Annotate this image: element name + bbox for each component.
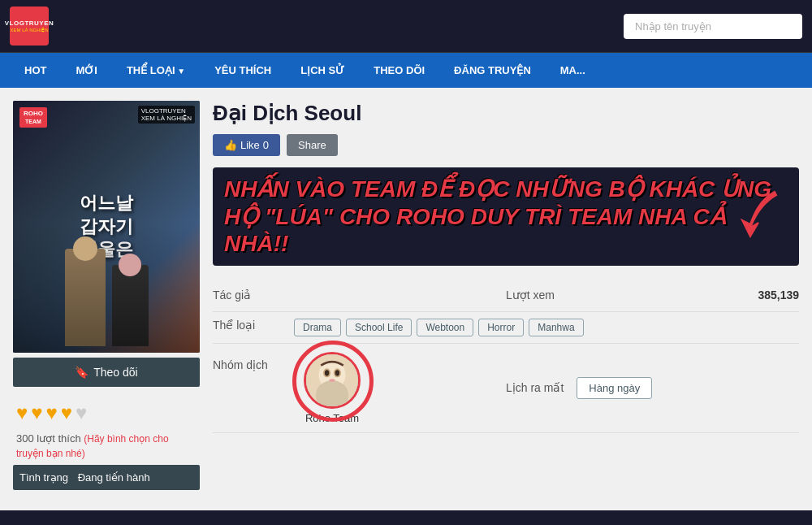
char2: [112, 265, 149, 346]
promo-banner[interactable]: NHẤN VÀO TEAM ĐỂ ĐỌC NHỮNG BỘ KHÁC ỦNG H…: [213, 167, 799, 266]
tinh-trang-value: Đang tiến hành: [78, 471, 150, 484]
tac-gia-row: Tác giả Lượt xem 385,139: [213, 279, 799, 312]
char1: [65, 249, 106, 346]
hang-ngay-button[interactable]: Hàng ngày: [577, 377, 652, 399]
bookmark-icon: 🔖: [75, 366, 89, 379]
votes-row: 300 lượt thích (Hãy bình chọn cho truyện…: [13, 431, 200, 465]
status-row: Tình trạng Đang tiến hành: [13, 465, 200, 490]
svg-point-5: [325, 370, 329, 375]
tac-gia-label: Tác giả: [213, 289, 294, 302]
the-loai-row: Thể loại Drama School Life Webtoon Horro…: [213, 312, 799, 344]
logo-image: VLOGTRUYEN XEM LÀ NGHIỆN: [10, 7, 49, 46]
left-panel: ROHO TEAM 어느날갑자기서울은 VLOGTRUYENXEM LÀ NGH…: [13, 101, 200, 490]
translator-roho-team[interactable]: Roho Team: [304, 352, 361, 424]
content-area: ROHO TEAM 어느날갑자기서울은 VLOGTRUYENXEM LÀ NGH…: [0, 88, 812, 510]
avatar-svg: [306, 352, 358, 409]
theo-doi-label: Theo dõi: [93, 366, 137, 379]
translator-wrapper: Roho Team: [304, 352, 361, 424]
logo-bottom: XEM LÀ NGHIỆN: [10, 27, 48, 33]
tac-gia-col: Tác giả: [213, 285, 506, 305]
star-3[interactable]: ♥: [46, 401, 58, 424]
nhom-dich-row: Nhóm dịch: [213, 344, 799, 433]
promo-text: NHẤN VÀO TEAM ĐỂ ĐỌC NHỮNG BỘ KHÁC ỦNG H…: [224, 176, 788, 258]
genre-horror[interactable]: Horror: [478, 319, 524, 336]
header: VLOGTRUYEN XEM LÀ NGHIỆN: [0, 0, 812, 53]
cover-inner: ROHO TEAM 어느날갑자기서울은 VLOGTRUYENXEM LÀ NGH…: [13, 101, 200, 353]
action-buttons: 👍 Like 0 Share: [213, 134, 799, 156]
lich-ra-mat-col: Lịch ra mất Hàng ngày: [506, 352, 799, 424]
logo-top: VLOGTRUYEN: [5, 20, 54, 27]
luot-xem-col: Lượt xem 385,139: [506, 285, 799, 305]
star-5[interactable]: ♥: [76, 401, 87, 424]
nav-dang-truyen[interactable]: ĐĂNG TRUYỆN: [439, 53, 546, 88]
nhom-dich-label: Nhóm dịch: [213, 352, 294, 371]
svg-point-7: [329, 379, 335, 382]
votes-count: 300 lượt thích: [16, 432, 84, 445]
nhom-dich-col: Nhóm dịch: [213, 352, 506, 424]
promo-arrow-icon: [710, 184, 783, 249]
right-panel: Đại Dịch Seoul 👍 Like 0 Share NHẤN VÀO T…: [213, 101, 799, 490]
navigation: HOT MỚI THỂ LOẠI YÊU THÍCH LỊCH SỬ THEO …: [0, 53, 812, 88]
nav-lich-su[interactable]: LỊCH SỬ: [286, 53, 359, 88]
like-button[interactable]: 👍 Like 0: [213, 134, 280, 156]
genre-tags: Drama School Life Webtoon Horror Manhwa: [294, 319, 584, 336]
cover-characters: [13, 223, 200, 353]
star-1[interactable]: ♥: [16, 401, 28, 424]
thumb-icon: 👍: [224, 139, 237, 151]
genre-webtoon[interactable]: Webtoon: [417, 319, 473, 336]
tac-gia-inner: Tác giả: [213, 285, 506, 305]
like-label: Like: [240, 139, 260, 151]
genre-drama[interactable]: Drama: [294, 319, 341, 336]
translator-name: Roho Team: [305, 412, 359, 424]
avatar-image: [306, 354, 358, 406]
star-2[interactable]: ♥: [31, 401, 42, 424]
stars-container: ♥ ♥ ♥ ♥ ♥: [13, 395, 200, 431]
lich-ra-mat-label: Lịch ra mất: [506, 381, 564, 394]
logo[interactable]: VLOGTRUYEN XEM LÀ NGHIỆN: [10, 7, 49, 46]
nav-hot[interactable]: HOT: [10, 53, 61, 88]
svg-point-6: [335, 370, 339, 375]
luot-xem-value: 385,139: [758, 289, 799, 302]
nav-yeu-thich[interactable]: YÊU THÍCH: [200, 53, 286, 88]
nav-moi[interactable]: MỚI: [61, 53, 111, 88]
theo-doi-button[interactable]: 🔖 Theo dõi: [13, 358, 200, 387]
tinh-trang-label: Tình trạng: [19, 471, 68, 484]
svg-point-2: [316, 380, 348, 409]
roho-badge-line1: ROHO: [24, 109, 43, 118]
share-button[interactable]: Share: [287, 134, 338, 156]
cover-overlay-label: VLOGTRUYENXEM LÀ NGHIỆN: [138, 106, 195, 124]
translator-avatar: [304, 352, 361, 409]
nav-ma[interactable]: MA...: [546, 53, 600, 88]
like-count: 0: [263, 139, 269, 151]
genre-school-life[interactable]: School Life: [346, 319, 412, 336]
luot-xem-label: Lượt xem: [506, 289, 555, 302]
nav-the-loai[interactable]: THỂ LOẠI: [112, 53, 200, 88]
the-loai-label: Thể loại: [213, 319, 294, 332]
nav-theo-doi[interactable]: THEO DÕI: [359, 53, 439, 88]
roho-badge-line2: TEAM: [24, 118, 43, 126]
manga-layout: ROHO TEAM 어느날갑자기서울은 VLOGTRUYENXEM LÀ NGH…: [13, 101, 799, 490]
cover-image: ROHO TEAM 어느날갑자기서울은 VLOGTRUYENXEM LÀ NGH…: [13, 101, 200, 353]
genre-manhwa[interactable]: Manhwa: [529, 319, 583, 336]
star-4[interactable]: ♥: [61, 401, 72, 424]
roho-badge: ROHO TEAM: [19, 107, 47, 128]
manga-title: Đại Dịch Seoul: [213, 101, 799, 126]
search-input[interactable]: [624, 14, 802, 39]
